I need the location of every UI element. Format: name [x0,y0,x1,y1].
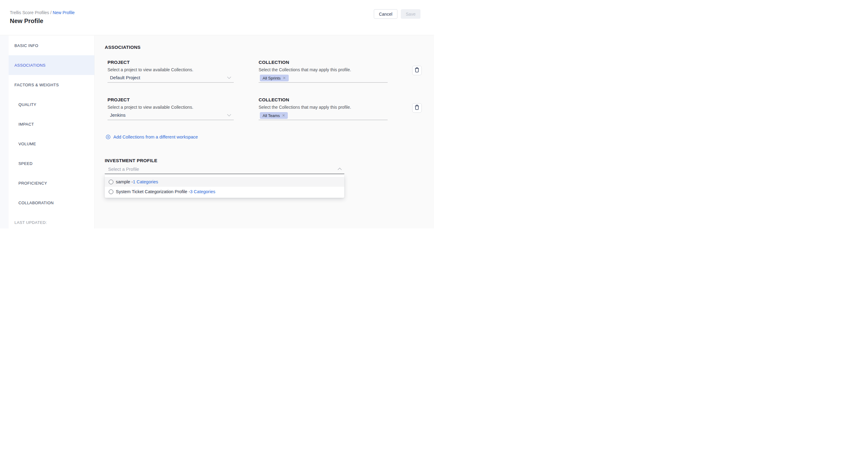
save-button[interactable]: Save [401,9,421,19]
collection-description: Select the Collections that may apply th… [259,105,351,110]
profile-option-name: sample -1 Categories [116,179,158,184]
associations-section-title: ASSOCIATIONS [105,44,141,50]
page-header: Trellis Score Profiles / New Profile New… [0,0,434,35]
add-collections-link[interactable]: Add Collections from a different workspa… [106,134,198,140]
chevron-down-icon [227,114,231,116]
project-select[interactable]: Default Project [107,74,234,83]
sidebar: BASIC INFO ASSOCIATIONS FACTORS & WEIGHT… [9,36,95,228]
breadcrumb-current-link[interactable]: New Profile [53,10,75,15]
radio-icon[interactable] [109,189,113,194]
main-content: ASSOCIATIONS PROJECT Select a project to… [95,36,434,228]
collection-tag-label: All Sprints [262,76,281,81]
project-select[interactable]: Jenkins [107,111,234,120]
cancel-button[interactable]: Cancel [374,9,398,19]
sidebar-item-associations[interactable]: ASSOCIATIONS [9,55,94,75]
last-updated-label: LAST UPDATED: [9,213,94,228]
project-description: Select a project to view available Colle… [107,67,193,72]
collection-tag: All Teams ✕ [260,112,288,119]
sidebar-item-basic-info[interactable]: BASIC INFO [9,36,94,55]
close-icon[interactable]: ✕ [283,76,286,80]
profile-option-sample[interactable]: sample -1 Categories [105,177,344,187]
sidebar-item-speed[interactable]: SPEED [9,154,94,173]
investment-profile-select[interactable]: Select a Profile [105,164,344,174]
collection-description: Select the Collections that may apply th… [259,67,351,72]
chevron-down-icon [227,77,231,79]
app-left-gutter [0,36,9,228]
close-icon[interactable]: ✕ [282,114,285,117]
collection-label: COLLECTION [259,60,289,65]
profile-option-categories-link[interactable]: 3 Categories [190,189,215,194]
breadcrumb-root-link[interactable]: Trellis Score Profiles [10,10,49,15]
profile-option-name: System Ticket Categorization Profile -3 … [116,189,215,194]
sidebar-item-impact[interactable]: IMPACT [9,114,94,134]
sidebar-item-factors-weights[interactable]: FACTORS & WEIGHTS [9,75,94,95]
project-select-value: Jenkins [110,113,126,118]
collection-select[interactable]: All Teams ✕ [259,111,388,120]
trash-icon [415,105,419,111]
project-select-value: Default Project [110,75,140,80]
breadcrumb: Trellis Score Profiles / New Profile [10,10,75,15]
delete-association-button[interactable] [412,66,422,75]
sidebar-item-quality[interactable]: QUALITY [9,95,94,114]
sidebar-item-collaboration[interactable]: COLLABORATION [9,193,94,213]
chevron-up-icon [338,168,342,170]
profile-option-system-ticket[interactable]: System Ticket Categorization Profile -3 … [105,187,344,196]
app-window: Trellis Score Profiles / New Profile New… [0,0,434,228]
plus-circle-icon [106,134,111,140]
project-description: Select a project to view available Colle… [107,105,193,110]
delete-association-button[interactable] [412,103,422,113]
investment-profile-title: INVESTMENT PROFILE [105,158,157,163]
investment-profile-placeholder: Select a Profile [108,166,139,172]
investment-profile-dropdown: sample -1 Categories System Ticket Categ… [105,175,344,198]
project-label: PROJECT [107,97,130,102]
collection-select[interactable]: All Sprints ✕ [259,74,388,83]
collection-tag: All Sprints ✕ [260,74,289,81]
page-title: New Profile [10,18,43,25]
add-collections-link-label: Add Collections from a different workspa… [113,134,198,140]
header-actions: Cancel Save [374,9,421,19]
profile-option-categories-link[interactable]: 1 Categories [133,179,158,184]
breadcrumb-separator: / [49,10,53,15]
collection-tag-label: All Teams [262,113,280,118]
radio-icon[interactable] [109,180,113,184]
project-label: PROJECT [107,60,130,65]
sidebar-item-proficiency[interactable]: PROFICIENCY [9,173,94,193]
sidebar-item-volume[interactable]: VOLUME [9,134,94,154]
collection-label: COLLECTION [259,97,289,102]
trash-icon [415,67,419,74]
